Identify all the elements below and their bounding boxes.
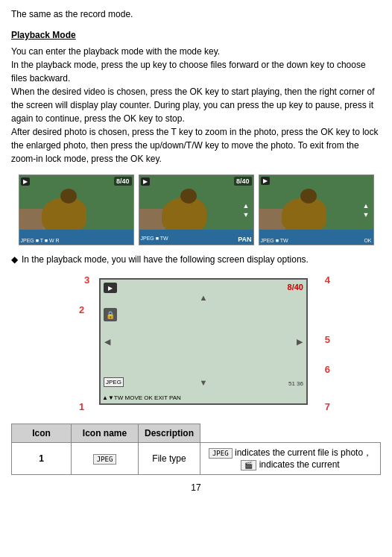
- ok-label: OK: [364, 238, 371, 243]
- bottom-left-1: JPEG ■ T ■ W R: [21, 238, 60, 243]
- play-icon-2: ▶: [141, 177, 150, 186]
- para-1: You can enter the playback mode with the…: [11, 45, 381, 58]
- num-7: 7: [325, 401, 330, 412]
- para-2: In the playback mode, press the up key t…: [11, 58, 381, 85]
- diagram-container: 3 2 1 4 5 6 7 ▶ 🔒 8/40 ▲ ▼ ◀ ▶ JPEG 51 3…: [58, 271, 334, 416]
- size-info: 51 36: [288, 380, 303, 387]
- row-num: 1: [12, 443, 72, 475]
- diag-counter: 8/40: [288, 283, 303, 292]
- up-arrow: ▲: [200, 293, 208, 302]
- screenshot-1: ▶ 8/40 JPEG ■ T ■ W R: [19, 174, 134, 245]
- desc-icon-2: 🎬: [241, 460, 256, 471]
- screenshot-2: ▶ 8/40 JPEG ■ TW PAN ▲ ▼: [139, 174, 254, 245]
- num-4: 4: [325, 274, 330, 286]
- row-description: JPEG indicates the current file is photo…: [200, 443, 381, 475]
- down-arrow: ▼: [200, 378, 208, 387]
- diag-jpeg: JPEG: [104, 377, 124, 387]
- bullet-section: ◆ In the playback mode, you will have th…: [11, 254, 381, 265]
- num-3: 3: [84, 274, 89, 286]
- diag-bottom-text: ▲▼TW MOVE OK EXIT PAN: [102, 394, 305, 401]
- pan-label: PAN: [238, 236, 251, 243]
- diagram-screen: ▶ 🔒 8/40 ▲ ▼ ◀ ▶ JPEG 51 36 ▲▼TW MOVE OK…: [99, 278, 308, 405]
- num-2: 2: [79, 304, 84, 315]
- nav-arrows-3: ▲ ▼: [363, 202, 370, 218]
- section-title: Playback Mode: [11, 28, 381, 42]
- icon-table: Icon Icon name Description 1 JPEG File t…: [11, 424, 381, 475]
- left-arrow: ◀: [104, 337, 110, 347]
- screenshots-row: ▶ 8/40 JPEG ■ T ■ W R ▶ 8/40 JPEG ■ TW P…: [11, 174, 381, 245]
- file-type-icon: JPEG: [93, 454, 117, 465]
- bottom-left-3: JPEG ■ TW: [261, 238, 288, 243]
- counter-1: 8/40: [114, 177, 132, 186]
- nav-arrows-2: ▲ ▼: [243, 202, 250, 218]
- num-1: 1: [79, 401, 84, 412]
- play-icon-1: ▶: [21, 177, 30, 186]
- th-description: Description: [139, 424, 200, 443]
- th-icon-name: Icon name: [72, 424, 139, 443]
- row-icon: JPEG: [72, 443, 139, 475]
- desc-icon-1: JPEG: [209, 448, 233, 459]
- desc-text-1: indicates the current file is photo，: [235, 447, 372, 458]
- desc-text-2: indicates the current: [259, 459, 340, 470]
- bottom-move-text: ▲▼TW MOVE OK EXIT PAN: [102, 394, 181, 401]
- bullet-text: In the playback mode, you will have the …: [22, 254, 309, 265]
- para-4: After desired photo is chosen, press the…: [11, 125, 381, 166]
- num-6: 6: [325, 364, 330, 375]
- table-row: 1 JPEG File type JPEG indicates the curr…: [12, 443, 381, 475]
- right-arrow: ▶: [297, 337, 303, 347]
- screenshot-3: ▶ JPEG ■ TW OK ▲ ▼: [259, 174, 374, 245]
- row-icon-name: File type: [139, 443, 200, 475]
- num-5: 5: [325, 334, 330, 345]
- page-number: 17: [11, 482, 381, 493]
- bottom-left-2: JPEG ■ TW: [141, 236, 168, 243]
- counter-2: 8/40: [234, 177, 252, 186]
- diag-play-icon: ▶: [104, 283, 117, 293]
- th-icon: Icon: [12, 424, 72, 443]
- intro-text: The same as the record mode.: [11, 7, 381, 21]
- diag-lock-icon: 🔒: [104, 308, 117, 321]
- para-3: When the desired video is chosen, press …: [11, 85, 381, 125]
- bullet-diamond: ◆: [11, 254, 18, 265]
- play-icon-3: ▶: [261, 177, 270, 185]
